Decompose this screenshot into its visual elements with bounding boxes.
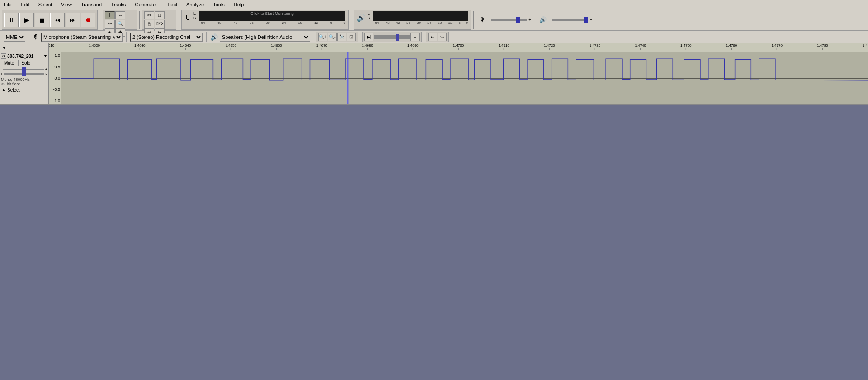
track-pan-slider-track[interactable] bbox=[4, 73, 43, 75]
fit-project-button[interactable]: ↔ bbox=[410, 33, 420, 41]
input-meter-section: 🎙 LR Click to Start Monitoring -54-48-42… bbox=[181, 10, 349, 30]
track-collapse-button[interactable]: ▲ bbox=[1, 87, 6, 93]
ruler-scale[interactable]: 1.46101.46201.46301.46401.46501.46601.46… bbox=[49, 43, 868, 52]
separator2 bbox=[139, 11, 140, 29]
paste-button[interactable]: ⎘ bbox=[144, 20, 154, 28]
menu-generate[interactable]: Generate bbox=[133, 1, 157, 8]
record-button[interactable]: ⏺ bbox=[81, 13, 95, 27]
ruler-corner: ▼ bbox=[0, 43, 49, 52]
menu-tools[interactable]: Tools bbox=[211, 1, 226, 8]
track-dropdown-icon[interactable]: ▼ bbox=[43, 54, 47, 58]
select-tool-button[interactable]: I bbox=[105, 11, 115, 19]
menu-bar: File Edit Select View Transport Tracks G… bbox=[0, 0, 868, 9]
output-gain-slider[interactable] bbox=[552, 19, 588, 21]
track-pan-thumb[interactable] bbox=[22, 72, 26, 76]
input-gain-slider[interactable] bbox=[491, 19, 527, 21]
skip-start-button[interactable]: ⏮ bbox=[50, 13, 65, 27]
separator bbox=[100, 11, 100, 29]
menu-select[interactable]: Select bbox=[37, 1, 54, 8]
zoom-in-button[interactable]: 🔍+ bbox=[318, 33, 327, 41]
play-group: ▶| ↔ bbox=[362, 32, 422, 42]
y-axis: 1.0 0.5 0.0 -0.5 -1.0 bbox=[49, 52, 61, 104]
gain-min-label: - bbox=[1, 67, 2, 72]
sep2e bbox=[360, 32, 360, 42]
menu-transport[interactable]: Transport bbox=[79, 1, 104, 8]
pause-button[interactable]: ⏸ bbox=[4, 13, 19, 27]
y-label-half: 0.5 bbox=[49, 65, 61, 69]
y-label-zero: 0.0 bbox=[49, 76, 61, 80]
input-device-select[interactable]: Microphone (Steam Streaming Mic bbox=[41, 33, 123, 42]
track-name-row: ✕ 303.742_201 ▼ bbox=[1, 53, 47, 59]
zoom-fit-button[interactable]: 🔭 bbox=[337, 33, 346, 41]
track-bit-depth: 32-bit float bbox=[1, 82, 47, 86]
cut-button[interactable]: ✂ bbox=[144, 11, 154, 19]
output-lr-label: LR bbox=[368, 11, 372, 20]
pan-r-label: R bbox=[45, 72, 48, 76]
out-minus-label: - bbox=[548, 17, 550, 22]
track-header: ✕ 303.742_201 ▼ Mute Solo - + L R Mo bbox=[0, 52, 49, 104]
menu-help[interactable]: Help bbox=[232, 1, 246, 8]
play-cursor-slider[interactable] bbox=[374, 35, 410, 39]
y-label-neg-half: -0.5 bbox=[49, 87, 61, 92]
waveform-area[interactable]: 1.0 0.5 0.0 -0.5 -1.0 bbox=[49, 52, 868, 104]
envelope-tool-button[interactable]: ↔ bbox=[115, 11, 125, 19]
sep2b bbox=[126, 32, 127, 42]
mic-icon: 🎙 bbox=[184, 14, 192, 22]
undo-group: ↩ ↪ bbox=[426, 32, 449, 42]
separator3 bbox=[179, 11, 179, 29]
host-select[interactable]: MME bbox=[4, 33, 25, 42]
y-label-top: 1.0 bbox=[49, 53, 61, 58]
tools-group: I ↔ ✏ 🔍 ◈ ✥ bbox=[103, 10, 137, 30]
separator4 bbox=[351, 11, 351, 29]
draw-tool-button[interactable]: ✏ bbox=[105, 20, 115, 28]
track-mono-hz: Mono, 48000Hz bbox=[1, 77, 47, 82]
track-info: Mono, 48000Hz 32-bit float bbox=[1, 77, 47, 86]
solo-button[interactable]: Solo bbox=[18, 60, 33, 66]
separator5 bbox=[473, 11, 474, 29]
output-device-section: 🔊 Speakers (High Definition Audio bbox=[208, 33, 312, 42]
timeline-ruler[interactable]: ▼ 1.46101.46201.46301.46401.46501.46601.… bbox=[0, 43, 868, 52]
zoom-out-button[interactable]: 🔍- bbox=[328, 33, 337, 41]
input-lr-label: LR bbox=[193, 11, 198, 20]
sep2d bbox=[314, 32, 314, 42]
menu-file[interactable]: File bbox=[2, 1, 14, 8]
toolbar2: MME 🎙 Microphone (Steam Streaming Mic 2 … bbox=[0, 31, 868, 43]
skip-end-button[interactable]: ⏭ bbox=[66, 13, 80, 27]
channel-section: 2 (Stereo) Recording Chai bbox=[128, 33, 204, 42]
zoom-sel-button[interactable]: ⊡ bbox=[347, 33, 356, 41]
output-device-select[interactable]: Speakers (High Definition Audio bbox=[220, 33, 310, 42]
ruler-dropdown[interactable]: ▼ bbox=[2, 45, 6, 50]
track-select-row: ▲ Select bbox=[1, 87, 47, 93]
pan-row: L R bbox=[1, 72, 47, 76]
trim-button[interactable]: ⌦ bbox=[155, 20, 165, 28]
menu-analyze[interactable]: Analyze bbox=[184, 1, 206, 8]
mute-button[interactable]: Mute bbox=[1, 60, 17, 66]
monitoring-button[interactable]: Click to Start Monitoring bbox=[250, 11, 294, 16]
stop-button[interactable]: ◼ bbox=[35, 13, 49, 27]
menu-edit[interactable]: Edit bbox=[19, 1, 31, 8]
speaker-gain-icon: 🔊 bbox=[539, 16, 547, 23]
menu-view[interactable]: View bbox=[59, 1, 74, 8]
channel-select[interactable]: 2 (Stereo) Recording Chai bbox=[130, 33, 203, 42]
play-button[interactable]: ▶ bbox=[19, 13, 34, 27]
play-cursor-button[interactable]: ▶| bbox=[364, 33, 373, 41]
track-area: ✕ 303.742_201 ▼ Mute Solo - + L R Mo bbox=[0, 52, 868, 105]
menu-effect[interactable]: Effect bbox=[163, 1, 179, 8]
input-gain-section: 🎙 - + bbox=[476, 16, 535, 23]
toolbar2-redo-button[interactable]: ↪ bbox=[438, 33, 447, 41]
track-select-label[interactable]: Select bbox=[7, 88, 20, 93]
zoom-tool-button[interactable]: 🔍 bbox=[115, 20, 125, 28]
device-host-section: MME bbox=[2, 33, 27, 42]
track-gain-thumb[interactable] bbox=[22, 67, 26, 72]
speaker-icon: 🔊 bbox=[357, 14, 366, 22]
toolbar2-undo-button[interactable]: ↩ bbox=[428, 33, 437, 41]
sep2c bbox=[206, 32, 207, 42]
out-plus-label: + bbox=[590, 17, 593, 22]
track-close-button[interactable]: ✕ bbox=[1, 53, 6, 59]
output-meter-section: 🔊 LR -54-48-42-36-30-24-18-12-60 bbox=[354, 10, 471, 30]
speaker-device-icon: 🔊 bbox=[210, 33, 218, 41]
track-gain-slider-track[interactable] bbox=[3, 69, 44, 70]
output-gain-section: 🔊 - + bbox=[536, 16, 596, 23]
menu-tracks[interactable]: Tracks bbox=[109, 1, 128, 8]
copy-button[interactable]: □ bbox=[155, 11, 165, 19]
